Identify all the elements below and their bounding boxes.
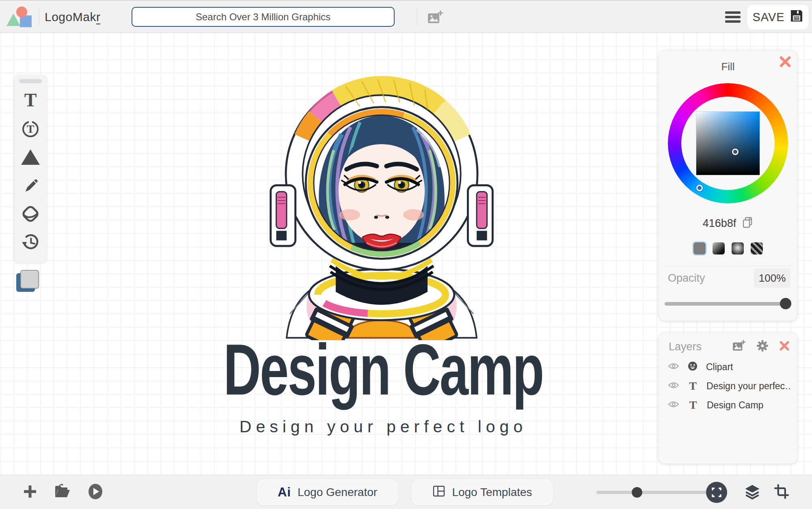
linear-gradient-fill-swatch[interactable] [713,242,725,254]
canvas-text-subtitle[interactable]: Design your perfect logo [240,417,527,436]
color-wheel[interactable] [668,83,788,203]
opacity-value: 100% [759,272,786,285]
layer-row-title-text[interactable]: T Design Camp [668,397,791,413]
design-canvas[interactable]: T T [0,32,812,475]
opacity-slider[interactable] [665,298,791,310]
fill-panel: Fill 416b8f [659,51,797,321]
clipart-layer-icon [687,361,698,373]
solid-fill-swatch[interactable] [693,242,706,254]
crop-icon[interactable] [773,483,790,501]
ai-icon: Ai [278,485,291,500]
topbar-divider [417,9,417,25]
visibility-eye-icon[interactable] [668,382,679,390]
zoom-slider-knob[interactable] [632,487,642,498]
visibility-eye-icon[interactable] [668,362,679,371]
text-tool[interactable]: T [19,89,42,112]
svg-text:T: T [27,123,35,135]
logo-circle-shape [16,6,27,17]
copy-icon[interactable] [742,216,753,230]
logo-templates-button[interactable]: Logo Templates [412,479,553,505]
fill-panel-title: Fill [659,60,797,73]
history-tool[interactable] [19,231,42,254]
draw-tool[interactable] [19,174,42,197]
play-tutorial-icon[interactable] [87,483,104,502]
logo-templates-label: Logo Templates [452,486,532,499]
layer-label: Clipart [706,362,733,373]
hue-cursor[interactable] [696,185,703,191]
top-bar: LogoMakr SAVE [0,0,812,32]
layers-panel-header: Layers [669,339,790,354]
shapes-tool[interactable] [19,146,42,168]
layers-add-image-icon[interactable] [732,340,746,354]
layer-row-clipart[interactable]: Clipart [668,359,791,375]
opacity-slider-knob[interactable] [780,298,791,309]
fit-to-screen-button[interactable] [706,482,727,503]
zoom-slider[interactable] [596,491,707,494]
brand-wordmark: LogoMakr [45,10,100,24]
current-color-swatches[interactable] [16,270,45,298]
opacity-slider-track[interactable] [665,302,791,306]
layer-label: Design your perfec… [706,381,791,392]
clipart-astronaut-girl[interactable] [262,56,501,340]
fill-panel-divider [664,266,792,266]
brand-name-head: LogoMak [45,10,96,24]
layers-panel-close-icon[interactable] [779,341,790,353]
add-new-icon[interactable] [22,483,38,501]
curved-text-tool[interactable]: T [19,117,42,140]
tools-panel: T T [14,75,47,263]
logomakr-app: LogoMakr SAVE [0,0,812,509]
logo-generator-label: Logo Generator [298,486,377,499]
stroke-color-swatch[interactable] [20,270,39,289]
text-layer-icon: T [687,399,699,412]
canvas-title-text: Design Camp [223,334,543,406]
open-folder-icon[interactable] [54,484,71,501]
hex-color-value[interactable]: 416b8f [703,217,736,230]
save-button[interactable]: SAVE [747,4,809,30]
floppy-disk-icon [790,9,803,26]
layers-settings-gear-icon[interactable] [756,340,769,354]
search-box [132,7,395,27]
layer-row-subtitle-text[interactable]: T Design your perfec… [668,378,791,394]
saturation-cursor[interactable] [732,149,739,155]
bottom-bar: Ai Logo Generator Logo Templates [0,475,812,509]
menu-icon[interactable] [725,11,741,23]
opacity-label: Opacity [668,272,705,285]
canvas-text-title[interactable]: Design Camp [161,334,605,406]
fill-style-swatches [659,242,797,254]
search-input[interactable] [132,7,395,27]
pattern-fill-swatch[interactable] [751,242,763,254]
logo-generator-button[interactable]: Ai Logo Generator [257,479,398,505]
text-layer-icon: T [687,380,698,393]
layers-panel-title: Layers [669,341,721,353]
template-layout-icon [432,485,445,500]
fill-bucket-tool[interactable] [19,203,42,225]
save-button-label: SAVE [752,11,784,24]
visibility-eye-icon[interactable] [668,401,679,410]
toolbar-drag-handle[interactable] [19,79,42,83]
canvas-subtitle-text: Design your perfect logo [240,417,527,436]
brand-logo-icon[interactable] [6,6,33,28]
opacity-value-field[interactable]: 100% [754,268,790,288]
brand-name-tail: r [96,10,101,24]
layers-panel: Layers [659,333,797,464]
topbar-divider [39,9,39,25]
radial-gradient-fill-swatch[interactable] [732,242,744,254]
layers-toggle-icon[interactable] [744,483,760,501]
layer-label: Design Camp [707,400,763,411]
saturation-square[interactable] [696,111,760,175]
add-image-icon[interactable] [427,10,443,26]
